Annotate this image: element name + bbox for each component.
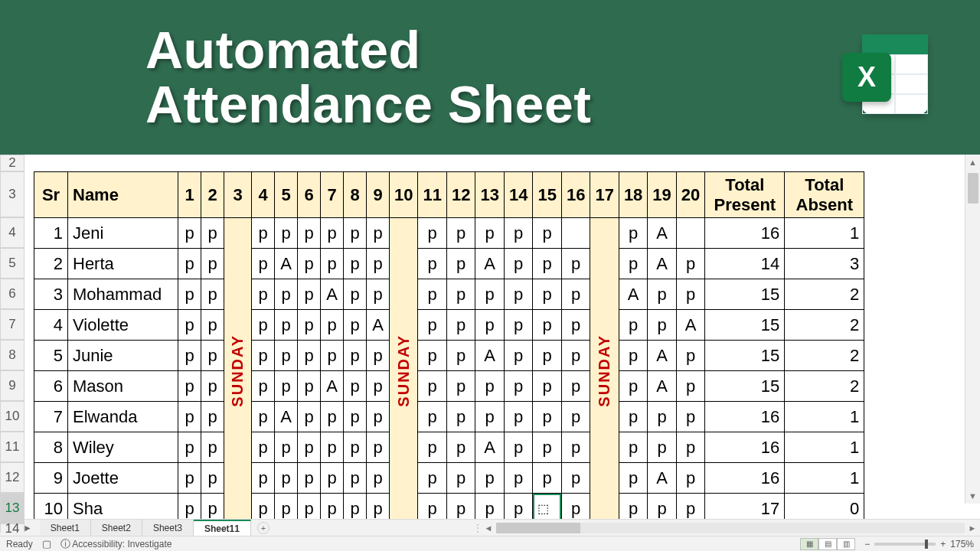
macro-icon[interactable]: ▢ <box>42 538 51 549</box>
cell-name[interactable]: Herta <box>68 249 178 279</box>
attendance-cell[interactable]: p <box>418 279 446 310</box>
attendance-table[interactable]: SrName1234567891011121314151617181920Tot… <box>34 171 864 519</box>
column-header[interactable]: 12 <box>446 172 475 218</box>
attendance-cell[interactable]: p <box>446 494 475 520</box>
zoom-level[interactable]: 175% <box>950 539 974 549</box>
accessibility-status[interactable]: ⓘ Accessibility: Investigate <box>60 537 172 551</box>
zoom-slider[interactable] <box>874 543 936 546</box>
cell-total-absent[interactable]: 1 <box>785 218 864 249</box>
attendance-cell[interactable]: p <box>275 279 298 310</box>
column-header[interactable]: 6 <box>298 172 321 218</box>
attendance-cell[interactable]: A <box>676 310 704 341</box>
row-header[interactable]: 4 <box>0 217 24 248</box>
attendance-cell[interactable]: p <box>504 463 532 494</box>
horizontal-scrollbar[interactable]: ◄ ► <box>481 520 980 536</box>
attendance-cell[interactable]: p <box>561 279 590 310</box>
attendance-cell[interactable]: p <box>561 249 590 279</box>
attendance-cell[interactable]: p <box>533 432 561 463</box>
sheet-tab[interactable]: Sheet2 <box>91 520 142 536</box>
attendance-cell[interactable]: p <box>201 249 224 279</box>
cell-total-absent[interactable]: 1 <box>785 402 864 432</box>
column-header[interactable]: 16 <box>561 172 590 218</box>
attendance-cell[interactable]: p <box>676 371 704 402</box>
attendance-cell[interactable]: p <box>344 310 367 341</box>
attendance-cell[interactable]: ⬚ <box>533 494 561 520</box>
attendance-cell[interactable]: p <box>446 432 475 463</box>
attendance-cell[interactable] <box>561 218 590 249</box>
sheet-tab[interactable]: Sheet11 <box>194 520 251 536</box>
attendance-cell[interactable]: p <box>344 402 367 432</box>
attendance-cell[interactable]: p <box>178 218 201 249</box>
attendance-cell[interactable]: p <box>533 371 561 402</box>
attendance-cell[interactable]: p <box>298 371 321 402</box>
column-header[interactable]: 17 <box>590 172 619 218</box>
attendance-cell[interactable]: p <box>321 310 344 341</box>
cell-total-absent[interactable]: 2 <box>785 279 864 310</box>
attendance-cell[interactable]: p <box>504 279 532 310</box>
cell-sr[interactable]: 1 <box>34 218 68 249</box>
attendance-cell[interactable]: A <box>619 279 647 310</box>
attendance-cell[interactable]: p <box>252 310 275 341</box>
attendance-cell[interactable]: p <box>418 310 446 341</box>
attendance-cell[interactable]: p <box>275 371 298 402</box>
scroll-thumb[interactable] <box>968 173 978 204</box>
attendance-cell[interactable]: p <box>648 310 676 341</box>
attendance-cell[interactable]: p <box>676 341 704 371</box>
attendance-cell[interactable]: p <box>619 371 647 402</box>
attendance-cell[interactable]: p <box>178 432 201 463</box>
attendance-cell[interactable]: p <box>252 432 275 463</box>
row-header[interactable]: 3 <box>0 171 24 217</box>
cell-sr[interactable]: 6 <box>34 371 68 402</box>
attendance-cell[interactable]: p <box>676 249 704 279</box>
attendance-cell[interactable]: p <box>275 218 298 249</box>
attendance-cell[interactable]: p <box>321 463 344 494</box>
zoom-out-button[interactable]: − <box>864 539 870 549</box>
cell-sr[interactable]: 2 <box>34 249 68 279</box>
attendance-cell[interactable]: p <box>446 249 475 279</box>
page-layout-view-button[interactable]: ▤ <box>818 538 837 550</box>
attendance-cell[interactable]: p <box>475 494 504 520</box>
cell-sr[interactable]: 3 <box>34 279 68 310</box>
attendance-cell[interactable]: p <box>344 463 367 494</box>
attendance-cell[interactable]: p <box>619 249 647 279</box>
cell-name[interactable]: Joette <box>68 463 178 494</box>
attendance-cell[interactable]: p <box>533 218 561 249</box>
attendance-cell[interactable]: p <box>367 371 390 402</box>
column-header[interactable]: 4 <box>252 172 275 218</box>
attendance-cell[interactable]: p <box>561 432 590 463</box>
attendance-cell[interactable]: p <box>344 279 367 310</box>
attendance-cell[interactable]: p <box>561 463 590 494</box>
cell-name[interactable]: Wiley <box>68 432 178 463</box>
row-header[interactable]: 11 <box>0 432 24 462</box>
attendance-cell[interactable]: p <box>252 402 275 432</box>
column-header[interactable]: 11 <box>418 172 446 218</box>
column-header[interactable]: 8 <box>344 172 367 218</box>
attendance-cell[interactable]: p <box>252 341 275 371</box>
row-header[interactable]: 6 <box>0 279 24 309</box>
attendance-cell[interactable]: p <box>367 218 390 249</box>
cell-total-present[interactable]: 16 <box>705 432 785 463</box>
attendance-cell[interactable]: p <box>418 371 446 402</box>
attendance-cell[interactable]: p <box>648 402 676 432</box>
attendance-cell[interactable]: p <box>676 494 704 520</box>
column-header[interactable]: Sr <box>34 172 68 218</box>
attendance-cell[interactable]: p <box>344 218 367 249</box>
hscroll-thumb[interactable] <box>496 523 580 533</box>
cell-total-present[interactable]: 16 <box>705 463 785 494</box>
attendance-cell[interactable]: p <box>418 432 446 463</box>
cell-total-present[interactable]: 15 <box>705 279 785 310</box>
attendance-cell[interactable]: p <box>446 371 475 402</box>
attendance-cell[interactable]: p <box>201 310 224 341</box>
column-header[interactable]: 7 <box>321 172 344 218</box>
attendance-cell[interactable]: p <box>344 341 367 371</box>
attendance-cell[interactable]: p <box>418 218 446 249</box>
attendance-cell[interactable]: p <box>321 341 344 371</box>
cell-total-present[interactable]: 16 <box>705 402 785 432</box>
attendance-cell[interactable]: p <box>676 279 704 310</box>
sheet-tab[interactable]: Sheet1 <box>40 520 91 536</box>
row-header[interactable]: 5 <box>0 248 24 279</box>
attendance-cell[interactable]: p <box>475 463 504 494</box>
scroll-down-arrow[interactable]: ▼ <box>965 488 980 504</box>
attendance-cell[interactable]: p <box>275 432 298 463</box>
attendance-cell[interactable]: p <box>298 279 321 310</box>
